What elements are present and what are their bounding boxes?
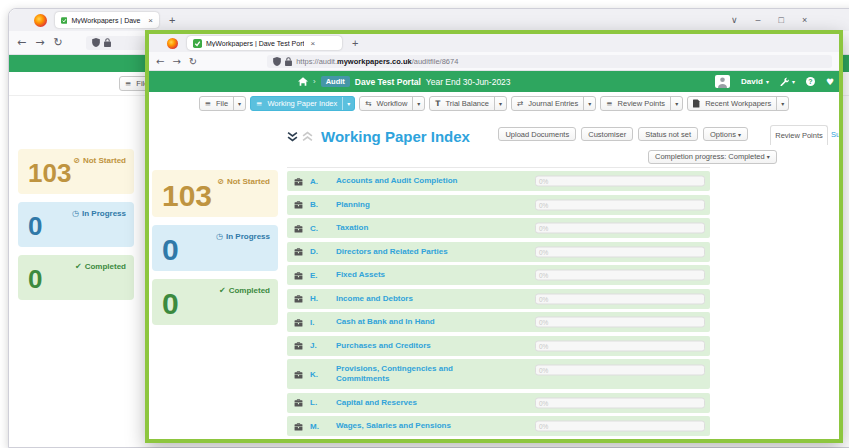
tab-partial[interactable]: Su xyxy=(831,130,840,139)
new-tab-button[interactable]: + xyxy=(169,14,175,26)
section-row-a[interactable]: A. Accounts and Audit Completion 0% xyxy=(287,171,710,191)
window-minimize-icon[interactable]: – xyxy=(756,15,761,25)
workflow-button[interactable]: ⇆ Workflow ▾ xyxy=(359,96,425,111)
section-row-m[interactable]: M. Wages, Salaries and Pensions 0% xyxy=(287,416,710,436)
progress-bar: 0% xyxy=(535,246,705,257)
collapse-all-icon[interactable] xyxy=(287,131,298,142)
progress-bar: 0% xyxy=(535,270,705,281)
briefcase-icon xyxy=(294,398,303,407)
avatar[interactable] xyxy=(715,75,730,88)
back-icon[interactable]: ← xyxy=(156,56,164,67)
bg-tab-bar: MyWorkpapers | Dave Test Port × + ∨ – □ … xyxy=(9,9,849,31)
briefcase-icon xyxy=(294,370,303,379)
section-row-h[interactable]: H. Income and Debtors 0% xyxy=(287,289,710,309)
help-icon[interactable]: ? xyxy=(806,77,815,86)
working-paper-index-button[interactable]: ≡ Working Paper Index ▾ xyxy=(250,96,355,111)
dropdown-caret-icon[interactable]: ▾ xyxy=(494,97,506,110)
progress-bar: 0% xyxy=(535,397,705,408)
tab-close-icon[interactable]: × xyxy=(148,16,153,25)
desktop: MyWorkpapers | Dave Test Port × + ∨ – □ … xyxy=(0,0,849,448)
ban-icon: ⊘ xyxy=(217,177,224,186)
reload-icon[interactable]: ↻ xyxy=(53,36,62,49)
lock-icon xyxy=(104,38,111,47)
section-row-c[interactable]: C. Taxation 0% xyxy=(287,218,710,238)
clock-icon: ◷ xyxy=(72,209,79,218)
section-row-j[interactable]: J. Purchases and Creditors 0% xyxy=(287,336,710,356)
dropdown-caret-icon[interactable]: ▾ xyxy=(233,97,245,110)
progress-bar: 0% xyxy=(535,223,705,234)
tools-menu[interactable]: ▾ xyxy=(780,77,795,86)
shield-icon xyxy=(92,38,100,47)
upload-documents-button[interactable]: Upload Documents xyxy=(498,127,576,141)
check-icon: ✔ xyxy=(219,286,226,295)
progress-bar: 0% xyxy=(535,365,705,376)
heart-icon[interactable]: ♥ xyxy=(826,77,834,87)
fg-browser-tab[interactable]: MyWorkpapers | Dave Test Port × xyxy=(187,36,342,50)
file-button[interactable]: ≡ File ▾ xyxy=(199,96,246,111)
window-maximize-icon[interactable]: □ xyxy=(779,15,784,25)
dropdown-caret-icon[interactable]: ▾ xyxy=(670,97,682,110)
briefcase-icon xyxy=(294,200,303,209)
customiser-button[interactable]: Customiser xyxy=(581,127,633,141)
progress-bar: 0% xyxy=(535,317,705,328)
window-menu-icon[interactable]: ∨ xyxy=(731,15,738,25)
user-menu[interactable]: David ▾ xyxy=(741,77,769,86)
tab-favicon-icon xyxy=(193,39,202,48)
reload-icon[interactable]: ↻ xyxy=(189,56,197,67)
tab-review-points[interactable]: Review Points xyxy=(770,125,828,145)
forward-icon[interactable]: → xyxy=(35,36,44,49)
section-row-k[interactable]: K. Provisions, Contingencies and Commitm… xyxy=(287,359,710,389)
document-icon xyxy=(693,99,700,108)
section-row-d[interactable]: D. Directors and Related Parties 0% xyxy=(287,242,710,262)
clock-icon: ◷ xyxy=(216,232,223,241)
expand-all-icon[interactable] xyxy=(302,131,313,142)
status-not-set-button[interactable]: Status not set xyxy=(638,127,698,141)
stat-in-progress: 0 ◷In Progress xyxy=(18,202,134,247)
journal-entries-button[interactable]: ⇄ Journal Entries ▾ xyxy=(511,96,596,111)
audit-badge[interactable]: Audit xyxy=(321,76,350,87)
portal-name: Dave Test Portal xyxy=(355,77,421,87)
progress-bar: 0% xyxy=(535,199,705,210)
ban-icon: ⊘ xyxy=(73,156,80,165)
dropdown-caret-icon[interactable]: ▾ xyxy=(342,97,354,110)
window-close-icon[interactable]: × xyxy=(802,15,807,25)
foreground-browser-window: MyWorkpapers | Dave Test Port × + ← → ↻ … xyxy=(145,30,843,443)
fg-nav-bar: ← → ↻ https://audit.myworkpapers.co.uk/a… xyxy=(149,52,839,71)
dropdown-caret-icon[interactable]: ▾ xyxy=(412,97,424,110)
dropdown-caret-icon[interactable]: ▾ xyxy=(583,97,595,110)
briefcase-icon xyxy=(294,294,303,303)
home-icon[interactable] xyxy=(298,77,308,86)
tab-close-icon[interactable]: × xyxy=(310,39,315,48)
review-points-button[interactable]: ≡ Review Points ▾ xyxy=(600,96,683,111)
url-text: https://audit.myworkpapers.co.uk/auditfi… xyxy=(296,57,458,66)
forward-icon[interactable]: → xyxy=(172,56,180,67)
fg-content: 103 ⊘Not Started 0 ◷In Progress 0 ✔Compl… xyxy=(149,122,839,439)
section-row-b[interactable]: B. Planning 0% xyxy=(287,195,710,215)
briefcase-icon xyxy=(294,271,303,280)
tab-favicon-icon xyxy=(61,16,67,25)
dropdown-caret-icon[interactable]: ▾ xyxy=(776,97,788,110)
tab-title: MyWorkpapers | Dave Test Port xyxy=(71,17,142,24)
new-tab-button[interactable]: + xyxy=(352,37,358,49)
section-row-i[interactable]: I. Cash at Bank and In Hand 0% xyxy=(287,312,710,332)
fg-url-bar[interactable]: https://audit.myworkpapers.co.uk/auditfi… xyxy=(267,55,832,68)
bg-browser-tab[interactable]: MyWorkpapers | Dave Test Port × xyxy=(55,12,159,28)
firefox-icon xyxy=(167,38,178,49)
fg-app-header: › Audit Dave Test Portal Year End 30-Jun… xyxy=(149,71,839,92)
chevron-down-icon: ▾ xyxy=(767,153,770,160)
briefcase-icon xyxy=(294,318,303,327)
trial-balance-button[interactable]: T Trial Balance ▾ xyxy=(429,96,507,111)
recent-workpapers-button[interactable]: Recent Workpapers ▾ xyxy=(687,96,789,111)
options-button[interactable]: Options ▾ xyxy=(703,127,748,141)
chevron-down-icon: ▾ xyxy=(738,131,741,138)
stat-not-started: 103 ⊘Not Started xyxy=(18,149,134,194)
briefcase-icon xyxy=(294,224,303,233)
wrench-icon xyxy=(780,77,789,86)
stat-not-started: 103 ⊘Not Started xyxy=(152,170,278,217)
breadcrumb-separator: › xyxy=(313,77,316,86)
section-row-l[interactable]: L. Capital and Reserves 0% xyxy=(287,393,710,413)
completion-progress-filter[interactable]: Completion progress: Completed ▾ xyxy=(648,150,777,164)
section-row-e[interactable]: E. Fixed Assets 0% xyxy=(287,265,710,285)
page-title: Working Paper Index xyxy=(321,128,470,145)
back-icon[interactable]: ← xyxy=(17,36,26,49)
